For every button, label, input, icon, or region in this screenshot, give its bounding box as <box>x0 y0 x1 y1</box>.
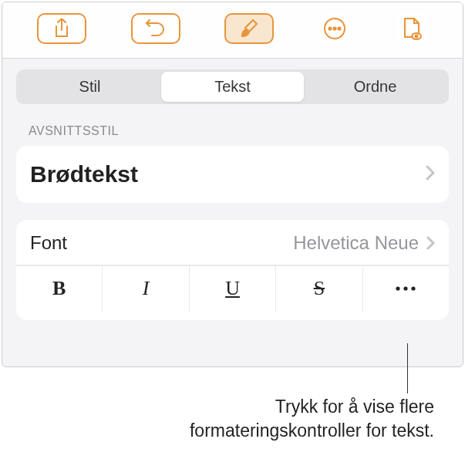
callout-leader-line <box>407 343 408 393</box>
text-style-row: B I U S <box>16 265 449 312</box>
chevron-right-icon <box>426 236 435 250</box>
tab-tekst[interactable]: Tekst <box>161 72 304 102</box>
italic-button[interactable]: I <box>103 266 189 312</box>
paragraph-style-value: Brødtekst <box>30 161 138 187</box>
paragraph-style-row[interactable]: Brødtekst <box>16 146 449 203</box>
bold-button[interactable]: B <box>16 266 103 312</box>
more-text-options-button[interactable] <box>363 266 449 312</box>
paintbrush-icon <box>240 19 258 39</box>
paragraph-style-card: Brødtekst <box>16 146 449 203</box>
strikethrough-button[interactable]: S <box>276 266 362 312</box>
font-row[interactable]: Font Helvetica Neue <box>16 220 449 265</box>
share-button[interactable] <box>37 13 86 44</box>
font-card: Font Helvetica Neue B I U S <box>16 220 449 320</box>
format-button[interactable] <box>224 13 274 44</box>
callout-line1: Trykk for å vise flere <box>190 395 434 419</box>
svg-point-5 <box>416 35 418 38</box>
more-button[interactable] <box>318 13 351 44</box>
format-tabs: Stil Tekst Ordne <box>16 69 449 104</box>
svg-point-6 <box>396 286 400 290</box>
svg-point-1 <box>329 27 332 29</box>
document-view-icon <box>402 17 422 40</box>
share-icon <box>53 19 70 39</box>
tab-ordne[interactable]: Ordne <box>304 72 446 102</box>
svg-point-7 <box>404 286 408 290</box>
document-view-button[interactable] <box>396 13 428 44</box>
undo-icon <box>146 19 166 38</box>
undo-button[interactable] <box>131 13 180 44</box>
more-icon <box>323 17 346 40</box>
tab-stil[interactable]: Stil <box>19 72 161 102</box>
callout-line2: formateringskontroller for tekst. <box>190 419 434 443</box>
svg-point-8 <box>412 286 416 290</box>
underline-button[interactable]: U <box>190 266 276 312</box>
top-toolbar <box>2 2 463 59</box>
callout-text: Trykk for å vise flere formateringskontr… <box>190 395 434 443</box>
svg-point-3 <box>339 27 341 29</box>
font-label: Font <box>30 232 67 254</box>
font-value: Helvetica Neue <box>293 232 419 254</box>
paragraph-style-label: AVSNITTSSTIL <box>29 124 436 138</box>
font-value-wrap: Helvetica Neue <box>293 232 435 254</box>
svg-point-2 <box>334 27 336 29</box>
ellipsis-icon <box>394 285 417 292</box>
chevron-right-icon <box>426 165 435 184</box>
